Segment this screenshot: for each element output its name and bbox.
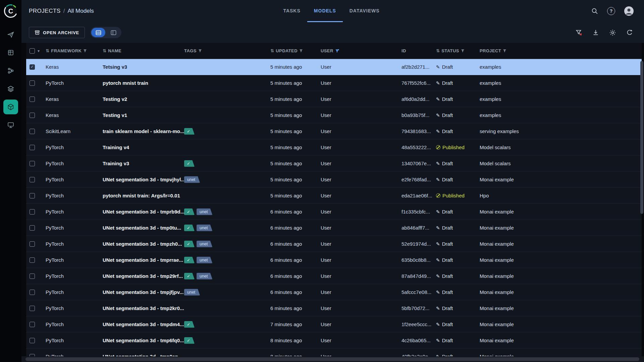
open-archive-button[interactable]: OPEN ARCHIVE: [29, 27, 85, 38]
table-row[interactable]: PyTorch Training v3 ✓ 5 minutes ago User…: [26, 156, 642, 172]
cell-id[interactable]: 52e91974d...: [401, 241, 436, 247]
settings-gear-icon[interactable]: [609, 29, 616, 36]
search-icon[interactable]: [591, 7, 598, 15]
table-row[interactable]: PyTorch UNet segmentation 3d - tmpzh0...…: [26, 236, 642, 252]
table-row[interactable]: PyTorch UNet segmentation 3d - tmp0tu...…: [26, 220, 642, 236]
cell-name[interactable]: UNet segmentation 3d - tmp0tu...: [103, 225, 184, 231]
sidebar-item-workers-queues[interactable]: [3, 118, 18, 132]
row-checkbox[interactable]: [30, 338, 35, 343]
cell-id[interactable]: 794381683...: [401, 128, 436, 134]
selection-dropdown-caret[interactable]: ▾: [38, 49, 40, 53]
table-row[interactable]: PyTorch UNet segmentation 3d - tmpjfjpv.…: [26, 284, 642, 300]
sort-icon[interactable]: ⇅: [436, 48, 440, 53]
table-row[interactable]: ScikitLearn train sklearn model - sklear…: [26, 123, 642, 139]
cell-id[interactable]: e2fe768fad...: [401, 177, 436, 182]
vertical-scrollbar[interactable]: [640, 59, 643, 355]
cell-id[interactable]: 5bfb70d72...: [401, 305, 436, 311]
cell-id[interactable]: 4c26ba065...: [401, 338, 436, 343]
cell-name[interactable]: pytorch mnist train: Args/lr=0.01: [103, 193, 184, 198]
row-checkbox[interactable]: [30, 193, 35, 198]
cell-id[interactable]: b0a93b75f...: [401, 112, 436, 118]
table-row[interactable]: Keras Testing v1 5 minutes ago User b0a9…: [26, 107, 642, 123]
filter-icon[interactable]: [83, 49, 87, 53]
filter-icon[interactable]: [198, 49, 202, 53]
cell-id[interactable]: 5afccc7e08...: [401, 289, 436, 295]
row-checkbox[interactable]: [30, 129, 35, 134]
sidebar-item-models[interactable]: [3, 100, 18, 114]
table-row[interactable]: PyTorch pytorch mnist train 5 minutes ag…: [26, 75, 642, 91]
filter-icon[interactable]: [299, 49, 303, 53]
cell-id[interactable]: af6d0a2dd...: [401, 96, 436, 102]
filter-icon[interactable]: [461, 49, 465, 53]
cell-name[interactable]: UNet segmentation 3d - tmp29rf...: [103, 273, 184, 279]
refresh-icon[interactable]: [626, 29, 633, 36]
tab-models[interactable]: MODELS: [307, 0, 343, 22]
select-all-checkbox[interactable]: [30, 48, 35, 54]
column-header-id[interactable]: ID: [401, 48, 436, 53]
cell-id[interactable]: 13407067e...: [401, 161, 436, 166]
row-checkbox[interactable]: [30, 209, 35, 215]
horizontal-scrollbar-thumb[interactable]: [25, 357, 639, 361]
tab-dataviews[interactable]: DATAVIEWS: [343, 0, 386, 22]
row-checkbox[interactable]: [30, 161, 35, 166]
row-checkbox[interactable]: [30, 177, 35, 182]
sidebar-item-reports[interactable]: [3, 81, 18, 96]
table-row[interactable]: PyTorch UNet segmentation 3d - tmp2kr0..…: [26, 300, 642, 316]
sort-icon[interactable]: ⇅: [46, 48, 49, 53]
breadcrumb-current[interactable]: All Models: [67, 8, 94, 14]
table-row[interactable]: PyTorch pytorch mnist train: Args/lr=0.0…: [26, 188, 642, 204]
column-header-project[interactable]: PROJECT: [480, 48, 642, 53]
cell-name[interactable]: UNet segmentation 3d - tmpvjhyl...: [103, 177, 184, 182]
cell-id[interactable]: 87a847d49...: [401, 273, 436, 279]
row-checkbox[interactable]: [30, 257, 35, 263]
download-icon[interactable]: [592, 29, 599, 36]
column-header-updated[interactable]: ⇅ UPDATED: [270, 48, 321, 53]
tab-tasks[interactable]: TASKS: [276, 0, 307, 22]
table-row[interactable]: PyTorch UNet segmentation 3d - tmp6fq0..…: [26, 333, 642, 349]
cell-name[interactable]: Testing v1: [103, 112, 184, 118]
row-checkbox[interactable]: [30, 97, 35, 102]
row-checkbox[interactable]: [30, 113, 35, 118]
row-checkbox[interactable]: [30, 306, 35, 311]
cell-name[interactable]: UNet segmentation 3d - tmpjfjpv...: [103, 289, 184, 295]
cell-name[interactable]: pytorch mnist train: [103, 80, 184, 86]
cell-id[interactable]: af2b2d271...: [401, 64, 436, 70]
cell-name[interactable]: UNet segmentation 3d - tmpzh0...: [103, 241, 184, 247]
column-header-framework[interactable]: ⇅ FRAMEWORK: [46, 48, 103, 53]
cell-id[interactable]: 767f552fc6...: [401, 80, 436, 86]
cell-name[interactable]: UNet segmentation 3d - tmprrae...: [103, 257, 184, 263]
column-header-name[interactable]: ⇅ NAME: [103, 48, 184, 53]
row-checkbox[interactable]: [30, 322, 35, 327]
column-header-user[interactable]: USER: [321, 48, 401, 53]
cell-name[interactable]: UNet segmentation 3d - tmpdm4...: [103, 321, 184, 327]
row-checkbox[interactable]: [30, 225, 35, 231]
row-checkbox[interactable]: [30, 274, 35, 279]
table-row[interactable]: Keras Testing v2 5 minutes ago User af6d…: [26, 91, 642, 107]
cell-name[interactable]: Training v4: [103, 144, 184, 150]
cell-id[interactable]: f1c335cbfc...: [401, 209, 436, 215]
row-checkbox[interactable]: [30, 290, 35, 295]
user-avatar[interactable]: [624, 6, 634, 16]
table-row[interactable]: PyTorch UNet segmentation 3d - tmpvjhyl.…: [26, 172, 642, 188]
cell-name[interactable]: Tetsing v3: [103, 64, 184, 70]
sort-icon[interactable]: ⇅: [103, 48, 106, 53]
clearml-logo-icon[interactable]: C: [3, 4, 18, 18]
cell-name[interactable]: train sklearn model - sklearn-mo...: [103, 128, 184, 134]
cell-id[interactable]: 635b0c8b8...: [401, 257, 436, 263]
cell-name[interactable]: UNet segmentation 3d - tmp6fq0...: [103, 338, 184, 343]
table-row[interactable]: PyTorch UNet segmentation 3d - tmprrae..…: [26, 252, 642, 268]
row-checkbox[interactable]: [30, 64, 35, 70]
cell-name[interactable]: Training v3: [103, 161, 184, 166]
cell-id[interactable]: eda21ae06f...: [401, 193, 436, 198]
cell-name[interactable]: Testing v2: [103, 96, 184, 102]
table-view-button[interactable]: [91, 28, 105, 37]
sidebar-item-datasets[interactable]: [3, 45, 18, 60]
row-checkbox[interactable]: [30, 80, 35, 86]
cell-id[interactable]: ab846afff7...: [401, 225, 436, 231]
row-checkbox[interactable]: [30, 145, 35, 150]
column-header-status[interactable]: ⇅ STATUS: [436, 48, 480, 53]
vertical-scrollbar-thumb[interactable]: [640, 61, 643, 214]
table-row[interactable]: PyTorch UNet segmentation 3d - tmpdm4...…: [26, 316, 642, 333]
column-header-tags[interactable]: TAGS: [184, 48, 270, 53]
clear-filters-icon[interactable]: [576, 29, 582, 36]
